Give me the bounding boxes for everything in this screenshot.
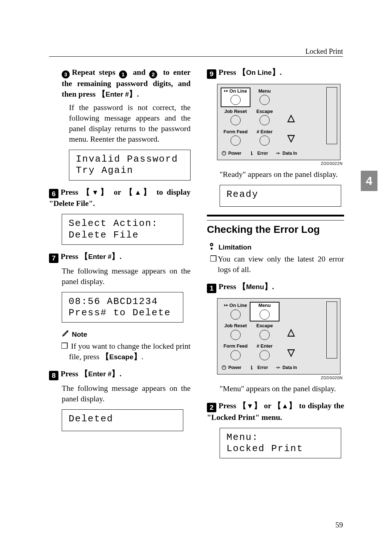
pencil-icon [62, 329, 70, 340]
ind-error: Error [250, 150, 268, 156]
step-7-body: The following message appears on the pan… [49, 266, 191, 287]
lcd-select-action: Select Action:Delete File [62, 214, 183, 244]
lcd-invalid: Invalid PasswordTry Again [69, 150, 191, 180]
limitation-body: You can view only the latest 20 error lo… [207, 254, 344, 275]
numball-2-ref: 2 [149, 70, 157, 78]
ind-power: Power [221, 150, 241, 156]
numball-3: 3 [62, 70, 70, 78]
panel-screen-2 [326, 301, 337, 358]
substep-3: 3Repeat steps 1 and 2 to enter the remai… [49, 67, 191, 100]
key-enter-7: Enter # [88, 253, 111, 260]
btn-jobreset: Job Reset [221, 108, 250, 127]
numball-2: 2 [207, 403, 216, 412]
limitation-icon [208, 242, 216, 253]
key-up: ▲ [134, 189, 143, 196]
key-down2: ▼ [246, 402, 253, 410]
ind-datain: Data In [275, 150, 297, 156]
btn-formfeed2: Form Feed [221, 343, 250, 362]
btn-enter2: # Enter [250, 343, 279, 362]
btn-up: △ [279, 113, 303, 123]
btn-jobreset2: Job Reset [221, 323, 250, 341]
page-number: 59 [335, 520, 343, 530]
numball-6: 6 [49, 189, 58, 198]
btn-online2: ↦ On Line [221, 302, 250, 321]
chapter-tab: 4 [361, 171, 377, 191]
btn-menu2: Menu [250, 302, 279, 321]
step-8: 8Press 【Enter #】. [49, 369, 191, 380]
key-escape: Escape [109, 353, 134, 361]
numball-1: 1 [207, 284, 216, 293]
limitation-header: Limitation [208, 242, 344, 253]
numball-9: 9 [207, 69, 216, 79]
btn-menu: Menu [250, 88, 279, 107]
lcd-press-delete: 08:56 ABCD1234Press# to Delete [62, 292, 183, 323]
step-7: 7Press 【Enter #】. [49, 251, 191, 263]
substep-3-body: If the password is not correct, the foll… [49, 102, 191, 145]
step-1: 1Press 【Menu】. [207, 281, 344, 293]
btn-formfeed: Form Feed [221, 129, 250, 147]
key-enter: Enter # [106, 90, 129, 98]
step-8-body: The following message appears on the pan… [49, 383, 191, 404]
key-down: ▼ [92, 189, 101, 196]
btn-down2: ▽ [279, 348, 303, 357]
ind-power2: Power [221, 365, 241, 370]
step-6: 6Press 【▼】 or 【▲】 to display "Delete Fil… [49, 187, 191, 209]
section-rule [207, 215, 344, 220]
panel-menu: ↦ On Line Menu Job Reset Escape △ Form F… [217, 298, 344, 381]
btn-escape2: Escape [250, 323, 279, 341]
note-body: If you want to change the locked print f… [49, 341, 191, 362]
key-enter-8: Enter # [88, 370, 111, 378]
header-section: Locked Print [305, 47, 343, 56]
key-menu: Menu [246, 283, 264, 291]
btn-escape: Escape [250, 108, 279, 127]
btn-down: ▽ [279, 133, 303, 143]
btn-enter: # Enter [250, 129, 279, 147]
left-column: 3Repeat steps 1 and 2 to enter the remai… [49, 67, 191, 513]
numball-7: 7 [49, 254, 58, 263]
key-online: On Line [246, 69, 272, 76]
step-9: 9Press 【On Line】. [207, 67, 344, 79]
svg-point-2 [211, 244, 212, 245]
note-header: Note [62, 329, 191, 340]
step-2: 2Press 【▼】 or 【▲】 to display the "Locked… [207, 401, 344, 423]
panel-caption-2: ZDDS020N [217, 375, 344, 381]
panel-online: ↦ On Line Menu Job Reset Escape △ Form F… [217, 84, 344, 166]
lcd-menu-locked: Menu: Locked Print [220, 428, 341, 458]
lcd-deleted: Deleted [62, 409, 183, 431]
right-column: 9Press 【On Line】. ↦ On Line Menu Job Res… [207, 67, 344, 513]
panel-screen [326, 87, 337, 144]
numball-8: 8 [49, 371, 58, 380]
svg-point-3 [211, 247, 213, 250]
btn-up2: △ [279, 327, 303, 337]
numball-1-ref: 1 [119, 70, 127, 78]
step-9-body: "Ready" appears on the panel display. [207, 169, 344, 180]
ind-datain2: Data In [275, 365, 297, 370]
step-1-body: "Menu" appears on the panel display. [207, 384, 344, 394]
btn-online: ↦ On Line [221, 88, 250, 107]
ind-error2: Error [250, 365, 268, 370]
key-up2: ▲ [282, 402, 289, 410]
section-heading: Checking the Error Log [207, 223, 344, 236]
lcd-ready: Ready [220, 185, 341, 207]
header-rule [49, 56, 343, 57]
panel-caption-1: ZDDS022N [217, 161, 344, 166]
